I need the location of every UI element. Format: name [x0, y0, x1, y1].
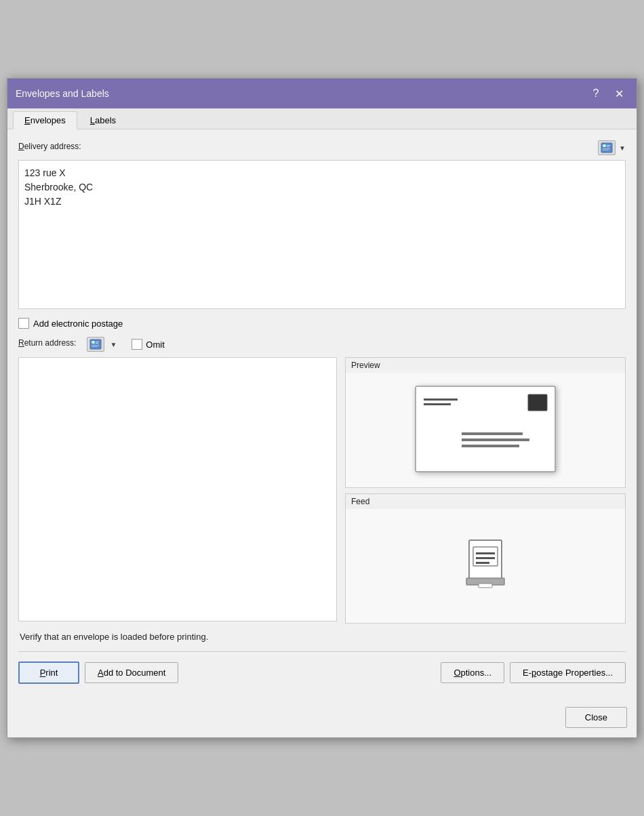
return-label: Return address: — [18, 338, 76, 348]
feed-inner — [346, 509, 625, 624]
options-button[interactable]: Options... — [441, 662, 504, 683]
epostage-label: E-postage Properties... — [523, 668, 613, 678]
feed-icon — [464, 537, 507, 594]
svg-rect-10 — [96, 342, 99, 342]
feed-box: Feed — [345, 493, 626, 624]
svg-rect-7 — [90, 340, 101, 349]
svg-rect-19 — [462, 438, 529, 441]
preview-box: Preview — [345, 357, 626, 488]
close-button[interactable]: Close — [565, 707, 627, 728]
options-label: Options... — [454, 668, 491, 678]
svg-rect-23 — [476, 552, 495, 554]
preview-inner — [346, 373, 625, 487]
svg-rect-17 — [528, 394, 547, 411]
return-address-book-icon — [87, 337, 104, 352]
delivery-label: Delivery address: — [18, 142, 81, 151]
svg-rect-25 — [476, 562, 489, 564]
preview-feed-col: Preview — [345, 357, 626, 624]
add-to-document-button[interactable]: Add to Document — [85, 662, 178, 683]
svg-rect-0 — [601, 143, 612, 152]
envelope-preview — [414, 385, 557, 475]
labels-tab-label: Labels — [90, 115, 116, 125]
two-column-section: Preview — [18, 357, 626, 624]
button-row: Print Add to Document Options... E-posta… — [18, 659, 626, 693]
return-address-input[interactable] — [18, 357, 337, 621]
title-bar: Envelopes and Labels ? ✕ — [7, 79, 637, 108]
svg-rect-15 — [424, 399, 458, 401]
epostage-button[interactable]: E-postage Properties... — [510, 662, 626, 683]
svg-rect-5 — [603, 148, 610, 149]
return-header: Return address: ▼ Omit — [18, 335, 626, 353]
svg-point-9 — [92, 342, 94, 344]
dialog-title: Envelopes and Labels — [16, 88, 109, 99]
add-to-document-label: Add to Document — [98, 668, 165, 678]
divider — [18, 651, 626, 652]
svg-rect-18 — [462, 432, 523, 435]
print-label: Print — [40, 668, 58, 678]
title-controls: ? ✕ — [586, 84, 628, 103]
verify-text: Verify that an envelope is loaded before… — [18, 632, 626, 642]
postage-label: Add electronic postage — [33, 319, 123, 329]
delivery-header: Delivery address: — [18, 139, 626, 157]
svg-rect-24 — [476, 557, 495, 559]
return-address-book-button[interactable] — [85, 335, 106, 353]
delivery-address-book-icon — [598, 140, 616, 155]
return-dropdown-arrow[interactable]: ▼ — [110, 341, 117, 348]
svg-rect-11 — [96, 343, 98, 344]
close-dialog-button[interactable]: ✕ — [609, 84, 628, 103]
preview-label: Preview — [346, 358, 625, 373]
return-address-col — [18, 357, 337, 624]
svg-point-2 — [603, 145, 605, 147]
print-button[interactable]: Print — [18, 661, 79, 684]
envelopes-tab-label: Envelopes — [24, 115, 66, 125]
omit-row: Omit — [132, 339, 164, 350]
svg-rect-16 — [424, 403, 451, 405]
postage-checkbox[interactable] — [18, 318, 29, 329]
postage-row: Add electronic postage — [18, 318, 626, 329]
feed-label: Feed — [346, 494, 625, 509]
tab-labels[interactable]: Labels — [79, 111, 127, 129]
omit-label: Omit — [146, 340, 164, 350]
delivery-dropdown-arrow[interactable]: ▼ — [619, 144, 626, 152]
delivery-address-book-button[interactable] — [597, 139, 617, 157]
svg-rect-12 — [92, 345, 99, 346]
svg-rect-3 — [607, 145, 610, 146]
svg-rect-27 — [479, 584, 492, 588]
dialog-content: Delivery address: — [7, 129, 637, 703]
svg-rect-4 — [607, 146, 609, 147]
envelopes-and-labels-dialog: Envelopes and Labels ? ✕ Envelopes Label… — [7, 78, 637, 738]
svg-rect-20 — [462, 445, 519, 447]
svg-rect-13 — [92, 346, 98, 347]
tab-envelopes[interactable]: Envelopes — [13, 111, 77, 129]
delivery-address-toolbar: ▼ — [597, 139, 626, 157]
close-row: Close — [7, 703, 637, 737]
delivery-address-input[interactable]: 123 rue X Sherbrooke, QC J1H X1Z — [18, 160, 626, 309]
svg-rect-6 — [603, 150, 609, 150]
tab-bar: Envelopes Labels — [7, 108, 637, 129]
omit-checkbox[interactable] — [132, 339, 142, 350]
help-button[interactable]: ? — [586, 84, 605, 103]
